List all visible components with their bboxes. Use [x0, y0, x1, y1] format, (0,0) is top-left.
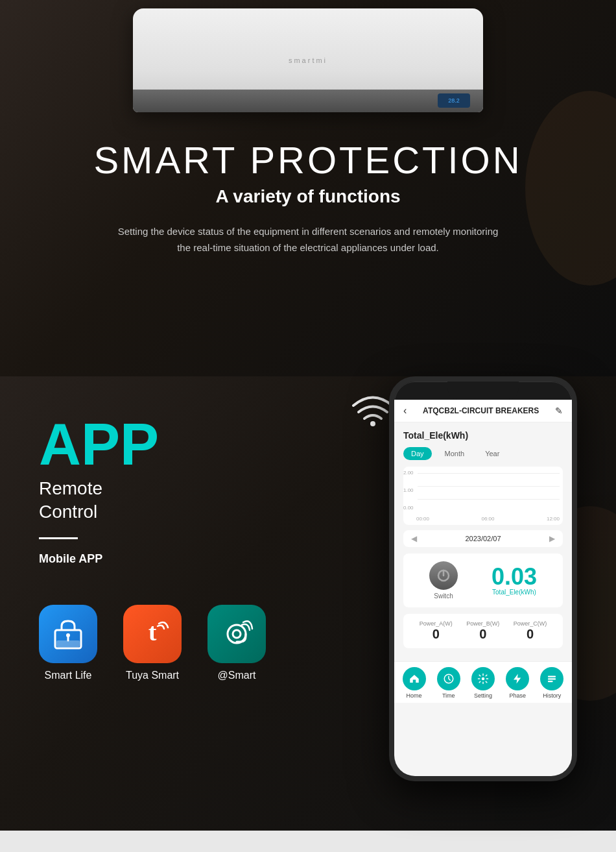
energy-unit: Total_Ele(kWh) — [492, 589, 537, 596]
energy-value-container: 0.03 Total_Ele(kWh) — [492, 565, 537, 596]
svg-point-10 — [482, 677, 485, 681]
phase-nav-label: Phase — [509, 692, 526, 699]
ac-brand-label: smartmi — [289, 56, 327, 64]
middle-section: APP RemoteControl Mobile APP Smart Life — [0, 376, 616, 831]
ac-unit: smartmi 28.2 — [133, 8, 483, 112]
phone-nav-bar: Home Time — [394, 661, 572, 703]
y-label-1: 1.00 — [403, 487, 414, 493]
at-smart-app[interactable]: @Smart — [207, 605, 266, 681]
time-nav-label: Time — [442, 692, 455, 699]
phone-mockup: ‹ ATQCB2L-CIRCUIT BREAKERS ✎ Total_Ele(k… — [389, 376, 590, 781]
smart-life-label: Smart Life — [45, 670, 92, 681]
setting-nav-label: Setting — [474, 692, 492, 699]
date-next[interactable]: ▶ — [549, 534, 555, 543]
power-c: Power_C(W) 0 — [514, 620, 547, 642]
time-icon-circle — [437, 667, 460, 690]
nav-history[interactable]: History — [540, 667, 563, 699]
power-c-label: Power_C(W) — [514, 620, 547, 627]
svg-text:t: t — [148, 618, 157, 646]
phone-content: Total_Ele(kWh) Day Month Year 2.00 1.00 … — [394, 422, 572, 661]
tuya-smart-app[interactable]: t Tuya Smart — [123, 605, 182, 681]
date-prev[interactable]: ◀ — [411, 534, 417, 543]
power-a: Power_A(W) 0 — [420, 620, 453, 642]
nav-setting[interactable]: Setting — [471, 667, 495, 699]
y-label-2: 2.00 — [403, 470, 414, 476]
switch-label: Switch — [429, 592, 458, 600]
power-b-label: Power_B(W) — [466, 620, 499, 627]
smart-life-app[interactable]: Smart Life — [39, 605, 97, 681]
power-row: Power_A(W) 0 Power_B(W) 0 Power_C(W) 0 — [412, 620, 554, 642]
power-c-value: 0 — [514, 627, 547, 642]
hero-section: smartmi 28.2 SMART PROTECTION A variety … — [0, 0, 616, 376]
x-label-12: 12:00 — [547, 516, 560, 522]
nav-home[interactable]: Home — [403, 667, 426, 699]
nav-time[interactable]: Time — [437, 667, 460, 699]
power-a-value: 0 — [420, 627, 453, 642]
ac-bottom-bar: 28.2 — [133, 90, 483, 112]
svg-rect-12 — [548, 678, 556, 679]
energy-reading: 0.03 — [492, 565, 537, 589]
tab-day[interactable]: Day — [403, 447, 432, 460]
x-label-0: 00:00 — [416, 516, 429, 522]
y-label-0: 0.00 — [403, 505, 414, 511]
ac-unit-container: smartmi 28.2 — [126, 0, 490, 120]
svg-point-2 — [66, 633, 70, 637]
device-title: ATQCB2L-CIRCUIT BREAKERS — [423, 406, 539, 415]
power-button[interactable] — [429, 561, 458, 590]
tab-row: Day Month Year — [403, 447, 563, 460]
time-icon — [443, 673, 455, 685]
chart-x-labels: 00:00 06:00 12:00 — [416, 516, 560, 522]
svg-rect-3 — [56, 640, 80, 647]
history-icon-circle — [540, 667, 563, 690]
home-icon-circle — [403, 667, 426, 690]
phone-screen: ‹ ATQCB2L-CIRCUIT BREAKERS ✎ Total_Ele(k… — [394, 400, 572, 776]
smart-life-svg — [51, 617, 85, 651]
bottom-section — [0, 831, 616, 852]
at-smart-icon — [207, 605, 266, 663]
phase-icon-circle — [506, 667, 529, 690]
svg-rect-13 — [548, 681, 553, 682]
at-smart-svg — [220, 617, 254, 651]
power-readings: Power_A(W) 0 Power_B(W) 0 Power_C(W) 0 — [403, 614, 563, 648]
tuya-icon: t — [123, 605, 182, 663]
power-b: Power_B(W) 0 — [466, 620, 499, 642]
controls-row: Switch 0.03 Total_Ele(kWh) — [412, 561, 554, 600]
hero-title: SMART PROTECTION — [93, 140, 522, 181]
power-a-label: Power_A(W) — [420, 620, 453, 627]
home-nav-label: Home — [407, 692, 422, 699]
home-icon — [409, 673, 420, 685]
hero-subtitle: A variety of functions — [93, 186, 522, 207]
hero-text-block: SMART PROTECTION A variety of functions … — [80, 120, 535, 269]
chart-y-labels: 2.00 1.00 0.00 — [403, 470, 414, 511]
switch-control: Switch — [429, 561, 458, 600]
ac-display: 28.2 — [438, 93, 470, 108]
history-nav-label: History — [543, 692, 561, 699]
tab-month[interactable]: Month — [437, 447, 473, 460]
x-label-6: 06:00 — [481, 516, 494, 522]
divider — [39, 537, 78, 539]
date-display: 2023/02/07 — [465, 535, 501, 542]
device-controls: Switch 0.03 Total_Ele(kWh) — [403, 554, 563, 607]
smart-life-icon — [39, 605, 97, 663]
date-nav: ◀ 2023/02/07 ▶ — [403, 530, 563, 547]
phone-frame: ‹ ATQCB2L-CIRCUIT BREAKERS ✎ Total_Ele(k… — [389, 376, 577, 781]
phone-header: ‹ ATQCB2L-CIRCUIT BREAKERS ✎ — [394, 400, 572, 422]
svg-point-6 — [233, 630, 241, 638]
svg-rect-11 — [548, 676, 556, 677]
phase-icon — [512, 673, 523, 685]
edit-button[interactable]: ✎ — [555, 406, 563, 416]
history-icon — [546, 673, 558, 685]
tab-year[interactable]: Year — [477, 447, 507, 460]
nav-phase[interactable]: Phase — [506, 667, 529, 699]
setting-icon — [477, 673, 489, 685]
setting-icon-circle — [471, 667, 495, 690]
chart-area: 2.00 1.00 0.00 00:00 06:00 — [403, 467, 563, 525]
energy-label: Total_Ele(kWh) — [403, 430, 563, 441]
power-b-value: 0 — [466, 627, 499, 642]
tuya-svg: t — [136, 617, 169, 651]
back-button[interactable]: ‹ — [403, 405, 407, 417]
phone-notch — [447, 382, 519, 400]
hero-description: Setting the device status of the equipme… — [113, 223, 503, 256]
at-smart-label: @Smart — [218, 670, 256, 681]
power-icon — [436, 568, 451, 583]
